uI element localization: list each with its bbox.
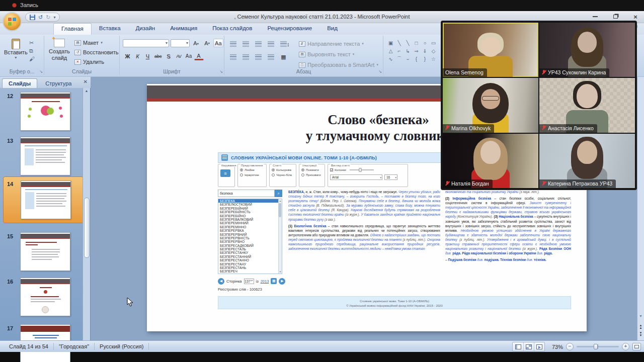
slide-thumbnail-12[interactable]: [20, 92, 70, 131]
align-right-button[interactable]: [254, 53, 263, 61]
shape-icon[interactable]: ◇: [429, 47, 438, 55]
scroll-down-icon[interactable]: ▼: [637, 314, 644, 318]
columns-button[interactable]: ▦: [279, 53, 288, 61]
shape-icon[interactable]: ⌐: [395, 47, 404, 55]
shape-icon[interactable]: {: [412, 55, 421, 63]
text-direction-button[interactable]: ⇵Направление текста ▾: [299, 40, 378, 48]
clipboard-dialog-launcher[interactable]: ↘: [39, 69, 43, 74]
radio-option[interactable]: Лінійне: [240, 167, 264, 172]
page-number-input[interactable]: 137: [244, 279, 254, 284]
columns-slider-thumb[interactable]: [359, 168, 362, 172]
management-menu-button[interactable]: ≡: [220, 169, 230, 177]
shrink-font-button[interactable]: А▾: [202, 39, 212, 47]
font-select[interactable]: Arial: [330, 174, 382, 180]
shape-icon[interactable]: ⇒: [412, 47, 421, 55]
word-list-item[interactable]: БЕЗПЕРЕРВНИЙ: [218, 233, 282, 236]
new-slide-button[interactable]: Создать слайд: [47, 39, 71, 61]
align-text-button[interactable]: ▤Выровнять текст ▾: [299, 50, 378, 58]
radio-icon[interactable]: [301, 173, 304, 176]
delete-button[interactable]: ✕Удалить: [74, 58, 118, 66]
radio-icon[interactable]: [240, 173, 243, 176]
word-list-item[interactable]: БЕЗПЕРЕРВНО: [218, 240, 282, 243]
format-painter-icon[interactable]: 🖌: [29, 56, 35, 62]
word-list-item[interactable]: БЕЗПЕРЕРВНІСТЬ: [218, 236, 282, 240]
fit-to-window-button[interactable]: [632, 343, 641, 350]
underline-button[interactable]: Ч: [143, 52, 152, 60]
shape-icon[interactable]: □: [412, 39, 421, 47]
zoom-slider[interactable]: [577, 346, 619, 347]
shape-icon[interactable]: ⌒: [395, 55, 404, 63]
search-input[interactable]: [218, 190, 275, 197]
align-left-button[interactable]: [228, 53, 238, 61]
shape-icon[interactable]: ⌣: [404, 55, 412, 63]
bold-button[interactable]: Ж: [123, 52, 132, 60]
radio-icon[interactable]: [272, 168, 275, 171]
tab-outline[interactable]: Структура: [39, 79, 77, 88]
justify-button[interactable]: [266, 53, 276, 61]
ribbon-tab-4[interactable]: Показ слайдов: [205, 23, 260, 35]
word-list-item[interactable]: БЕЗПЕРЕСТАНУ: [218, 262, 282, 266]
smartart-button[interactable]: ◫Преобразовать в SmartArt ▾: [299, 61, 378, 69]
word-list-item[interactable]: БЕЗПЕРЕСАДКОВИЙ: [218, 244, 282, 247]
grow-font-button[interactable]: А▴: [191, 39, 201, 47]
radio-option[interactable]: Чорно-біла: [272, 172, 294, 177]
shape-icon[interactable]: ↳: [404, 47, 412, 55]
paste-dropdown-arrow-icon[interactable]: ▾: [15, 55, 17, 60]
language-indicator[interactable]: Русский (Россия): [95, 343, 148, 349]
shape-icon[interactable]: △: [386, 47, 395, 55]
radio-icon[interactable]: [301, 168, 304, 171]
word-list-item[interactable]: БЕЗПЕРЕСТАННО: [218, 258, 282, 262]
previous-slide-button[interactable]: ▲▲: [637, 324, 644, 329]
word-list-item[interactable]: БЕЗПЕРЕМІННО: [218, 225, 282, 229]
columns-checkbox[interactable]: [330, 168, 333, 171]
search-button[interactable]: ⌕: [275, 190, 282, 197]
slide-thumbnail-15[interactable]: [20, 232, 70, 271]
word-list-scrollbar[interactable]: [278, 199, 282, 274]
numbering-button[interactable]: [241, 40, 251, 48]
copy-icon[interactable]: ⧉: [29, 48, 35, 54]
radio-icon[interactable]: [272, 173, 275, 176]
redo-icon[interactable]: ↻: [46, 15, 50, 20]
word-list[interactable]: БЕЗПЕКАБЕЗПЕЛЮСТКОВИЙБЕЗПЕРЕБІЙНИЙБЕЗПЕР…: [218, 199, 282, 274]
cut-icon[interactable]: ✂: [29, 40, 35, 46]
character-spacing-button[interactable]: AV: [174, 52, 184, 60]
ribbon-tab-3[interactable]: Анимация: [163, 23, 205, 35]
video-tile[interactable]: УР43 Сухомлин Карина: [539, 23, 635, 77]
video-tile[interactable]: Катерина Петракова УР43: [539, 134, 635, 188]
restore-button[interactable]: [611, 13, 620, 21]
word-list-scroll-thumb[interactable]: [279, 203, 281, 217]
decrease-indent-button[interactable]: [254, 40, 263, 48]
shape-icon[interactable]: ∿: [386, 55, 395, 63]
word-list-item[interactable]: БЕЗПЕРЕСТАНЬ: [218, 266, 282, 269]
grid-view-button[interactable]: ▦: [271, 278, 277, 284]
tab-slides[interactable]: Слайды: [2, 78, 37, 88]
video-tile[interactable]: Наталія Богдан: [443, 134, 538, 188]
word-list-item[interactable]: БЕЗПЕРЕБІЙНІСТЬ: [218, 210, 282, 214]
video-tile[interactable]: Marina Olkhovyk: [443, 78, 538, 132]
word-list-item[interactable]: БЕЗПЕРЕСТАНКУ: [218, 251, 282, 254]
video-tile[interactable]: Анастасія Лисенко: [539, 78, 635, 132]
shape-icon[interactable]: ╲: [404, 39, 412, 47]
ribbon-tab-1[interactable]: Вставка: [92, 23, 128, 35]
align-center-button[interactable]: [241, 53, 251, 61]
word-list-item[interactable]: БЕЗПЕЛЮСТКОВИЙ: [218, 203, 282, 206]
zoom-slider-thumb[interactable]: [594, 344, 598, 349]
font-size-combobox[interactable]: [171, 39, 190, 47]
close-button[interactable]: ×: [631, 13, 640, 21]
columns-slider[interactable]: [350, 169, 374, 170]
undo-icon[interactable]: ↺: [38, 15, 43, 20]
bullets-button[interactable]: [228, 40, 238, 48]
shape-icon[interactable]: ○: [421, 39, 429, 47]
layout-button[interactable]: ▤Макет ▾: [74, 39, 118, 47]
radio-option[interactable]: Кольорова: [272, 167, 294, 172]
reset-button[interactable]: ↺Восстановить: [74, 48, 118, 56]
normal-view-button[interactable]: [513, 342, 523, 351]
shape-icon[interactable]: ▭: [429, 39, 438, 47]
size-select[interactable]: 16: [384, 174, 397, 180]
radio-option[interactable]: Приховати: [301, 172, 323, 177]
total-pages-link[interactable]: 2013: [261, 279, 269, 284]
slide-thumbnail-14[interactable]: [21, 180, 71, 219]
panel-scrollbar[interactable]: ▲: [83, 88, 90, 340]
panel-close-icon[interactable]: ✕: [84, 79, 88, 84]
panel-scroll-thumb[interactable]: [84, 198, 90, 258]
